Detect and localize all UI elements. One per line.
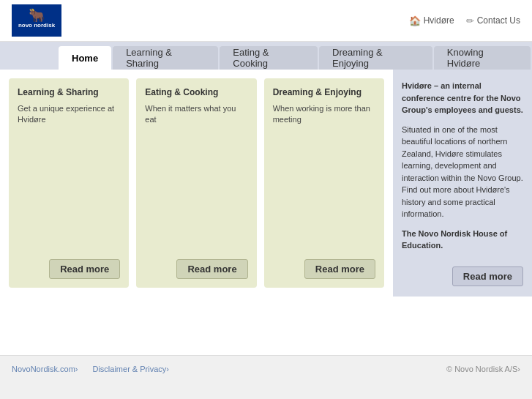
footer-links: NovoNordisk.com› Disclaimer & Privacy› [12,365,169,373]
card-eating: Eating & Cooking When it matters what yo… [136,78,256,288]
right-panel-para1: Hvidøre – an internal conference centre … [402,80,523,116]
footer-link-disclaimer[interactable]: Disclaimer & Privacy› [92,365,169,373]
nav-item-learning[interactable]: Learning & Sharing [113,46,218,70]
card-dreaming-body: When working is more than meeting [273,103,375,250]
card-dreaming: Dreaming & Enjoying When working is more… [264,78,384,288]
logo-area: 🐂 novo nordisk [12,4,61,37]
card-eating-body: When it matters what you eat [145,103,247,250]
nav-bar: Home Learning & Sharing Eating & Cooking… [0,42,532,70]
nav-item-knowing[interactable]: Knowing Hvidøre [434,46,531,70]
cards-area: Learning & Sharing Get a unique experien… [0,70,393,297]
right-panel: Hvidøre – an internal conference centre … [393,70,532,297]
home-link-label: Hvidøre [424,15,454,26]
footer-copyright: © Novo Nordisk A/S› [446,365,520,373]
card-learning: Learning & Sharing Get a unique experien… [9,78,129,288]
pencil-icon: ✏ [466,15,474,26]
nav-item-eating[interactable]: Eating & Cooking [220,46,318,70]
card-eating-read-more[interactable]: Read more [176,259,247,279]
card-learning-read-more[interactable]: Read more [49,259,120,279]
nav-item-dreaming[interactable]: Dreaming & Enjoying [319,46,432,70]
card-dreaming-read-more[interactable]: Read more [304,259,375,279]
footer-link-novo[interactable]: NovoNordisk.com› [12,365,78,373]
logo-bull-icon: 🐂 [29,7,45,23]
card-learning-title: Learning & Sharing [18,87,120,97]
contact-link[interactable]: ✏ Contact Us [466,15,520,26]
right-panel-para2: Situated in one of the most beautiful lo… [402,124,523,220]
nav-item-home[interactable]: Home [59,46,111,70]
home-link[interactable]: 🏠 Hvidøre [409,15,454,26]
main-content: Learning & Sharing Get a unique experien… [0,70,532,297]
footer: NovoNordisk.com› Disclaimer & Privacy› ©… [0,355,532,382]
right-panel-para3: The Novo Nordisk House of Education. [402,228,523,252]
logo: 🐂 novo nordisk [12,4,61,37]
below-main [0,297,532,355]
card-dreaming-title: Dreaming & Enjoying [273,87,375,97]
card-learning-body: Get a unique experience at Hvidøre [18,103,120,250]
top-bar: 🐂 novo nordisk 🏠 Hvidøre ✏ Contact Us [0,0,532,42]
right-panel-text: Hvidøre – an internal conference centre … [402,80,523,259]
contact-link-label: Contact Us [477,15,520,26]
home-icon: 🏠 [409,15,421,26]
top-links: 🏠 Hvidøre ✏ Contact Us [409,15,520,26]
card-eating-title: Eating & Cooking [145,87,247,97]
right-panel-read-more[interactable]: Read more [452,266,523,286]
